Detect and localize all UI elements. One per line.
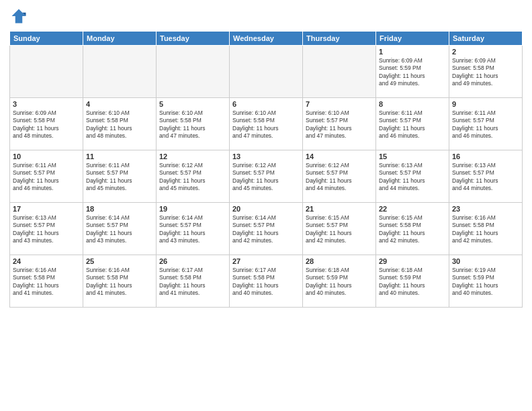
weekday-header-row: SundayMondayTuesdayWednesdayThursdayFrid… bbox=[10, 32, 523, 46]
day-number: 18 bbox=[86, 205, 153, 213]
calendar-cell: 21Sunrise: 6:15 AM Sunset: 5:57 PM Dayli… bbox=[303, 203, 376, 255]
calendar-cell: 1Sunrise: 6:09 AM Sunset: 5:59 PM Daylig… bbox=[376, 46, 449, 98]
day-info: Sunrise: 6:18 AM Sunset: 5:59 PM Dayligh… bbox=[379, 267, 446, 298]
day-info: Sunrise: 6:12 AM Sunset: 5:57 PM Dayligh… bbox=[159, 162, 226, 193]
calendar-cell bbox=[10, 46, 83, 98]
day-info: Sunrise: 6:11 AM Sunset: 5:57 PM Dayligh… bbox=[452, 109, 519, 140]
day-info: Sunrise: 6:09 AM Sunset: 5:59 PM Dayligh… bbox=[379, 57, 446, 88]
weekday-header-thursday: Thursday bbox=[303, 32, 376, 46]
day-info: Sunrise: 6:17 AM Sunset: 5:58 PM Dayligh… bbox=[159, 267, 226, 298]
day-number: 11 bbox=[86, 152, 153, 161]
day-info: Sunrise: 6:11 AM Sunset: 5:57 PM Dayligh… bbox=[379, 109, 446, 140]
day-number: 5 bbox=[159, 100, 226, 108]
day-info: Sunrise: 6:11 AM Sunset: 5:57 PM Dayligh… bbox=[13, 162, 80, 193]
calendar-cell: 12Sunrise: 6:12 AM Sunset: 5:57 PM Dayli… bbox=[157, 150, 230, 203]
day-number: 15 bbox=[379, 152, 446, 161]
day-info: Sunrise: 6:09 AM Sunset: 5:58 PM Dayligh… bbox=[452, 57, 519, 88]
calendar-cell: 17Sunrise: 6:13 AM Sunset: 5:57 PM Dayli… bbox=[10, 203, 83, 255]
day-number: 4 bbox=[86, 100, 153, 108]
day-info: Sunrise: 6:09 AM Sunset: 5:58 PM Dayligh… bbox=[13, 109, 80, 140]
day-info: Sunrise: 6:14 AM Sunset: 5:57 PM Dayligh… bbox=[159, 214, 226, 245]
calendar-cell: 18Sunrise: 6:14 AM Sunset: 5:57 PM Dayli… bbox=[83, 203, 157, 255]
day-number: 6 bbox=[232, 100, 300, 108]
calendar-cell: 24Sunrise: 6:16 AM Sunset: 5:58 PM Dayli… bbox=[10, 255, 83, 308]
day-info: Sunrise: 6:11 AM Sunset: 5:57 PM Dayligh… bbox=[86, 162, 153, 193]
calendar-week-2: 3Sunrise: 6:09 AM Sunset: 5:58 PM Daylig… bbox=[10, 98, 523, 150]
day-number: 14 bbox=[306, 152, 373, 161]
day-number: 30 bbox=[452, 257, 519, 265]
weekday-header-sunday: Sunday bbox=[10, 32, 83, 46]
logo bbox=[9, 7, 30, 26]
day-info: Sunrise: 6:10 AM Sunset: 5:57 PM Dayligh… bbox=[306, 109, 373, 140]
calendar-cell: 28Sunrise: 6:18 AM Sunset: 5:59 PM Dayli… bbox=[303, 255, 376, 308]
day-info: Sunrise: 6:15 AM Sunset: 5:58 PM Dayligh… bbox=[379, 214, 446, 245]
calendar-cell: 25Sunrise: 6:16 AM Sunset: 5:58 PM Dayli… bbox=[83, 255, 157, 308]
calendar-cell bbox=[230, 46, 303, 98]
calendar-cell: 6Sunrise: 6:10 AM Sunset: 5:58 PM Daylig… bbox=[230, 98, 303, 150]
calendar-cell bbox=[83, 46, 157, 98]
page: SundayMondayTuesdayWednesdayThursdayFrid… bbox=[0, 0, 532, 411]
weekday-header-monday: Monday bbox=[83, 32, 157, 46]
day-number: 27 bbox=[232, 257, 300, 265]
day-info: Sunrise: 6:16 AM Sunset: 5:58 PM Dayligh… bbox=[13, 267, 80, 298]
day-number: 24 bbox=[13, 257, 80, 265]
day-number: 28 bbox=[306, 257, 373, 265]
calendar-cell: 20Sunrise: 6:14 AM Sunset: 5:57 PM Dayli… bbox=[230, 203, 303, 255]
day-info: Sunrise: 6:17 AM Sunset: 5:58 PM Dayligh… bbox=[232, 267, 300, 298]
calendar-week-4: 17Sunrise: 6:13 AM Sunset: 5:57 PM Dayli… bbox=[10, 203, 523, 255]
day-number: 22 bbox=[379, 205, 446, 213]
weekday-header-friday: Friday bbox=[376, 32, 449, 46]
calendar-week-1: 1Sunrise: 6:09 AM Sunset: 5:59 PM Daylig… bbox=[10, 46, 523, 98]
calendar-cell: 3Sunrise: 6:09 AM Sunset: 5:58 PM Daylig… bbox=[10, 98, 83, 150]
day-number: 1 bbox=[379, 48, 446, 56]
calendar-cell: 7Sunrise: 6:10 AM Sunset: 5:57 PM Daylig… bbox=[303, 98, 376, 150]
day-info: Sunrise: 6:14 AM Sunset: 5:57 PM Dayligh… bbox=[86, 214, 153, 245]
weekday-header-tuesday: Tuesday bbox=[157, 32, 230, 46]
day-info: Sunrise: 6:12 AM Sunset: 5:57 PM Dayligh… bbox=[232, 162, 300, 193]
day-info: Sunrise: 6:10 AM Sunset: 5:58 PM Dayligh… bbox=[159, 109, 226, 140]
logo-icon bbox=[9, 7, 28, 26]
calendar-cell: 10Sunrise: 6:11 AM Sunset: 5:57 PM Dayli… bbox=[10, 150, 83, 203]
day-number: 9 bbox=[452, 100, 519, 108]
day-info: Sunrise: 6:16 AM Sunset: 5:58 PM Dayligh… bbox=[452, 214, 519, 245]
day-info: Sunrise: 6:15 AM Sunset: 5:57 PM Dayligh… bbox=[306, 214, 373, 245]
weekday-header-wednesday: Wednesday bbox=[230, 32, 303, 46]
calendar-cell: 4Sunrise: 6:10 AM Sunset: 5:58 PM Daylig… bbox=[83, 98, 157, 150]
day-info: Sunrise: 6:13 AM Sunset: 5:57 PM Dayligh… bbox=[379, 162, 446, 193]
day-info: Sunrise: 6:19 AM Sunset: 5:59 PM Dayligh… bbox=[452, 267, 519, 298]
day-number: 13 bbox=[232, 152, 300, 161]
day-info: Sunrise: 6:13 AM Sunset: 5:57 PM Dayligh… bbox=[13, 214, 80, 245]
calendar-cell: 23Sunrise: 6:16 AM Sunset: 5:58 PM Dayli… bbox=[449, 203, 523, 255]
day-number: 2 bbox=[452, 48, 519, 56]
calendar-cell: 30Sunrise: 6:19 AM Sunset: 5:59 PM Dayli… bbox=[449, 255, 523, 308]
weekday-header-saturday: Saturday bbox=[449, 32, 523, 46]
day-number: 10 bbox=[13, 152, 80, 161]
calendar-cell: 15Sunrise: 6:13 AM Sunset: 5:57 PM Dayli… bbox=[376, 150, 449, 203]
calendar-cell: 26Sunrise: 6:17 AM Sunset: 5:58 PM Dayli… bbox=[157, 255, 230, 308]
day-number: 7 bbox=[306, 100, 373, 108]
calendar-cell: 16Sunrise: 6:13 AM Sunset: 5:57 PM Dayli… bbox=[449, 150, 523, 203]
day-number: 21 bbox=[306, 205, 373, 213]
day-number: 29 bbox=[379, 257, 446, 265]
day-number: 20 bbox=[232, 205, 300, 213]
calendar-week-5: 24Sunrise: 6:16 AM Sunset: 5:58 PM Dayli… bbox=[10, 255, 523, 308]
calendar-cell: 27Sunrise: 6:17 AM Sunset: 5:58 PM Dayli… bbox=[230, 255, 303, 308]
header bbox=[9, 7, 523, 26]
day-number: 8 bbox=[379, 100, 446, 108]
calendar-cell: 2Sunrise: 6:09 AM Sunset: 5:58 PM Daylig… bbox=[449, 46, 523, 98]
day-number: 3 bbox=[13, 100, 80, 108]
calendar-cell: 9Sunrise: 6:11 AM Sunset: 5:57 PM Daylig… bbox=[449, 98, 523, 150]
day-number: 19 bbox=[159, 205, 226, 213]
calendar-cell: 11Sunrise: 6:11 AM Sunset: 5:57 PM Dayli… bbox=[83, 150, 157, 203]
day-info: Sunrise: 6:18 AM Sunset: 5:59 PM Dayligh… bbox=[306, 267, 373, 298]
day-info: Sunrise: 6:10 AM Sunset: 5:58 PM Dayligh… bbox=[86, 109, 153, 140]
day-info: Sunrise: 6:14 AM Sunset: 5:57 PM Dayligh… bbox=[232, 214, 300, 245]
day-info: Sunrise: 6:10 AM Sunset: 5:58 PM Dayligh… bbox=[232, 109, 300, 140]
calendar-cell: 29Sunrise: 6:18 AM Sunset: 5:59 PM Dayli… bbox=[376, 255, 449, 308]
day-number: 12 bbox=[159, 152, 226, 161]
calendar-cell: 5Sunrise: 6:10 AM Sunset: 5:58 PM Daylig… bbox=[157, 98, 230, 150]
calendar-week-3: 10Sunrise: 6:11 AM Sunset: 5:57 PM Dayli… bbox=[10, 150, 523, 203]
day-number: 16 bbox=[452, 152, 519, 161]
day-number: 25 bbox=[86, 257, 153, 265]
day-number: 23 bbox=[452, 205, 519, 213]
